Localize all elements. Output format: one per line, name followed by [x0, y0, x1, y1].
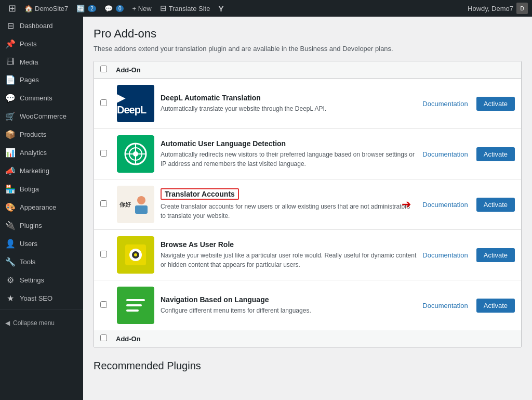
- addon-checkbox-lang-detect[interactable]: [100, 150, 107, 157]
- sidebar-item-settings[interactable]: ⚙ Settings: [0, 271, 83, 289]
- appearance-icon: 🎨: [5, 202, 16, 212]
- addon-checkbox-deepl[interactable]: [100, 99, 107, 106]
- comments-icon: 💬: [5, 93, 16, 103]
- addon-info-translator: Translator Accounts Create translator ac…: [161, 188, 416, 221]
- svg-rect-12: [126, 299, 145, 301]
- sidebar-item-analytics[interactable]: 📊 Analytics: [0, 144, 83, 162]
- recommended-title: Recommended Plugins: [94, 360, 522, 372]
- sidebar-item-posts[interactable]: 📌 Posts: [0, 35, 83, 53]
- activate-btn-lang-detect[interactable]: Activate: [476, 147, 515, 161]
- header-checkbox[interactable]: [100, 66, 107, 72]
- sidebar-label-media: Media: [20, 58, 38, 66]
- doc-link-lang-detect[interactable]: Documentation: [422, 150, 468, 158]
- sidebar-item-appearance[interactable]: 🎨 Appearance: [0, 198, 83, 216]
- table-row: Browse As User Role Navigate your websit…: [94, 230, 521, 280]
- sidebar-nav: ⊟ Dashboard 📌 Posts 🎞 Media 📄 Pages 💬 Co…: [0, 17, 83, 307]
- translate-site-label: Translate Site: [169, 5, 210, 12]
- sidebar-item-products[interactable]: 📦 Products: [0, 125, 83, 144]
- doc-link-translator[interactable]: Documentation: [422, 201, 468, 209]
- svg-rect-6: [135, 205, 148, 214]
- updates-badge: 2: [88, 5, 96, 12]
- wp-logo-button[interactable]: ⊞: [4, 0, 20, 17]
- site-name-button[interactable]: 🏠 DemoSite7: [20, 0, 72, 17]
- addon-icon-nav-lang: [117, 287, 154, 324]
- sidebar-item-plugins[interactable]: 🔌 Plugins: [0, 216, 83, 235]
- footer-col-name: Add-On: [116, 335, 515, 343]
- sidebar-label-pages: Pages: [20, 76, 39, 84]
- collapse-icon: ◀: [5, 319, 10, 327]
- posts-icon: 📌: [5, 39, 16, 49]
- collapse-label: Collapse menu: [13, 319, 55, 327]
- wp-icon: ⊞: [8, 3, 16, 14]
- dashboard-icon: ⊟: [5, 21, 16, 31]
- footer-checkbox[interactable]: [100, 334, 107, 341]
- botiga-icon: 🏪: [5, 184, 16, 194]
- new-content-button[interactable]: + New: [128, 0, 155, 17]
- addon-actions-browse-role: Documentation Activate: [422, 248, 515, 262]
- addon-actions-deepl: Documentation Activate: [422, 97, 515, 111]
- comments-badge: 0: [116, 5, 124, 12]
- settings-icon: ⚙: [5, 275, 16, 285]
- sidebar-item-woocommerce[interactable]: 🛒 WooCommerce: [0, 107, 83, 125]
- addon-info-deepl: DeepL Automatic Translation Automaticall…: [161, 94, 416, 113]
- activate-btn-browse-role[interactable]: Activate: [476, 248, 515, 262]
- sidebar-item-botiga[interactable]: 🏪 Botiga: [0, 180, 83, 198]
- sidebar-item-tools[interactable]: 🔧 Tools: [0, 253, 83, 271]
- collapse-menu-button[interactable]: ◀ Collapse menu: [0, 314, 83, 332]
- activate-btn-deepl[interactable]: Activate: [476, 97, 515, 111]
- addon-desc-lang-detect: Automatically redirects new visitors to …: [161, 150, 416, 169]
- addon-title-nav-lang: Navigation Based on Language: [161, 295, 416, 304]
- sidebar-item-marketing[interactable]: 📣 Marketing: [0, 162, 83, 180]
- addon-title-browse-role: Browse As User Role: [161, 240, 416, 249]
- yoast-bar-button[interactable]: Y: [214, 0, 228, 17]
- addon-icon-browse-role: [117, 236, 154, 274]
- updates-button[interactable]: 🔄 2: [72, 0, 100, 17]
- yoast-icon: ★: [5, 293, 16, 303]
- woocommerce-icon: 🛒: [5, 111, 16, 121]
- sidebar-label-dashboard: Dashboard: [20, 22, 53, 30]
- sidebar-item-media[interactable]: 🎞 Media: [0, 53, 83, 71]
- addon-actions-translator: Documentation ➔ Activate: [422, 198, 515, 212]
- comments-button[interactable]: 💬 0: [100, 0, 128, 17]
- sidebar-item-comments[interactable]: 💬 Comments: [0, 89, 83, 107]
- sidebar-item-yoast[interactable]: ★ Yoast SEO: [0, 289, 83, 307]
- header-col-name: Add-On: [116, 66, 515, 74]
- addon-checkbox-browse-role[interactable]: [100, 251, 107, 257]
- pages-icon: 📄: [5, 75, 16, 85]
- table-footer: Add-On: [94, 330, 521, 347]
- deepl-icon: ▶ DeepL: [117, 85, 154, 122]
- sidebar-item-users[interactable]: 👤 Users: [0, 235, 83, 253]
- media-icon: 🎞: [5, 57, 16, 67]
- svg-point-11: [134, 253, 137, 256]
- svg-rect-13: [126, 304, 142, 306]
- sidebar-item-pages[interactable]: 📄 Pages: [0, 71, 83, 89]
- doc-link-deepl[interactable]: Documentation: [422, 100, 468, 108]
- doc-link-browse-role[interactable]: Documentation: [422, 251, 468, 259]
- new-label: + New: [132, 5, 151, 12]
- sidebar-label-posts: Posts: [20, 40, 37, 48]
- avatar: D: [516, 3, 528, 14]
- page-subtitle: These addons extend your translation plu…: [94, 45, 522, 53]
- page-title: Pro Add-ons: [94, 27, 522, 41]
- site-name-label: DemoSite7: [35, 5, 68, 12]
- addon-title-lang-detect: Automatic User Language Detection: [161, 139, 416, 148]
- activate-btn-translator[interactable]: Activate: [476, 198, 515, 212]
- addon-icon-translator: 你好: [117, 186, 154, 223]
- addon-checkbox-translator[interactable]: [100, 200, 107, 207]
- products-icon: 📦: [5, 130, 16, 139]
- addon-title-translator: Translator Accounts: [161, 188, 239, 200]
- browse-icon: [117, 236, 154, 274]
- addon-checkbox-nav-lang[interactable]: [100, 301, 107, 308]
- doc-link-nav-lang[interactable]: Documentation: [422, 302, 468, 309]
- addon-desc-translator: Create translator accounts for new users…: [161, 202, 416, 221]
- nav-lang-icon: [117, 287, 154, 324]
- activate-btn-nav-lang[interactable]: Activate: [476, 299, 515, 313]
- sidebar-label-comments: Comments: [20, 94, 52, 102]
- translate-site-button[interactable]: ⊟ Translate Site: [156, 0, 215, 17]
- table-header: Add-On: [94, 61, 521, 79]
- table-row: Automatic User Language Detection Automa…: [94, 129, 521, 179]
- tools-icon: 🔧: [5, 257, 16, 267]
- addon-actions-lang-detect: Documentation Activate: [422, 147, 515, 161]
- sidebar-item-dashboard[interactable]: ⊟ Dashboard: [0, 17, 83, 35]
- addon-rows: ▶ DeepL DeepL Automatic Translation Auto…: [94, 79, 521, 330]
